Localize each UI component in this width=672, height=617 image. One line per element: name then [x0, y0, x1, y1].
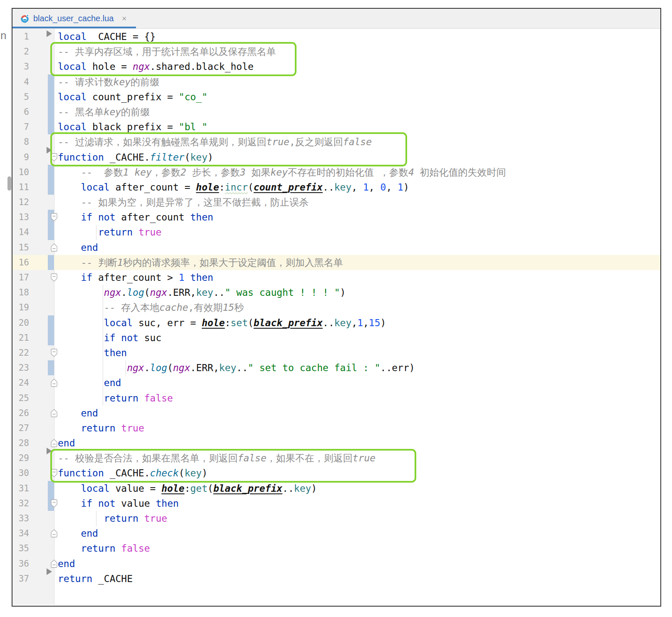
code-text[interactable]: end: [54, 556, 660, 571]
line-number[interactable]: 18: [12, 285, 29, 300]
line-number[interactable]: 34: [12, 526, 29, 541]
line-number[interactable]: 7: [12, 119, 29, 134]
code-text[interactable]: -- 黑名单key的前缀: [54, 104, 660, 119]
fold-marker-icon[interactable]: [51, 243, 57, 252]
fold-arrow-icon[interactable]: [47, 448, 52, 454]
line-number[interactable]: 33: [12, 511, 29, 526]
fold-marker-icon[interactable]: [51, 153, 57, 161]
tab-black-user-cache[interactable]: black_user_cache.lua ✕: [12, 9, 133, 28]
line-number[interactable]: 13: [12, 210, 29, 225]
fold-arrow-icon[interactable]: [47, 568, 52, 575]
code-text[interactable]: -- 共享内存区域，用于统计黑名单以及保存黑名单: [54, 44, 660, 59]
code-text[interactable]: if not after_count then: [54, 210, 660, 225]
line-number[interactable]: 20: [12, 315, 29, 330]
line-number[interactable]: 1: [12, 29, 29, 44]
fold-marker-icon[interactable]: [51, 529, 57, 538]
fold-arrow-icon[interactable]: [47, 147, 52, 154]
line-number[interactable]: 10: [12, 165, 29, 180]
fold-marker-icon[interactable]: [51, 213, 57, 221]
code-text[interactable]: -- 判断1秒内的请求频率，如果大于设定阈值，则加入黑名单: [54, 255, 660, 270]
code-text[interactable]: function _CACHE.filter(key): [54, 150, 660, 165]
fold-marker-icon[interactable]: [51, 409, 57, 417]
code-text[interactable]: if not suc: [54, 330, 660, 345]
fold-marker-icon[interactable]: [51, 499, 57, 508]
code-text[interactable]: end: [54, 526, 660, 541]
code-line: 25 return false: [12, 391, 660, 406]
code-text[interactable]: -- 如果为空，则是异常了，这里不做拦截，防止误杀: [54, 195, 660, 210]
line-number[interactable]: 14: [12, 225, 29, 240]
line-number[interactable]: 9: [12, 150, 29, 165]
line-number[interactable]: 5: [12, 89, 29, 104]
line-number[interactable]: 19: [12, 300, 29, 315]
code-text[interactable]: if not value then: [54, 496, 660, 511]
line-number[interactable]: 2: [12, 44, 29, 59]
line-number[interactable]: 22: [12, 345, 29, 360]
code-text[interactable]: return true: [54, 225, 660, 240]
code-text[interactable]: local count_prefix = "co_": [54, 89, 660, 104]
line-number[interactable]: 23: [12, 360, 29, 375]
code-text[interactable]: ngx.log(ngx.ERR,key.." was caught ! ! ! …: [54, 285, 660, 300]
fold-marker-icon[interactable]: [51, 273, 57, 282]
code-text[interactable]: -- 过滤请求，如果没有触碰黑名单规则，则返回true,反之则返回false: [54, 134, 660, 149]
token: false: [144, 393, 173, 404]
code-text[interactable]: end: [54, 375, 660, 390]
fold-marker-icon[interactable]: [51, 349, 57, 357]
line-number[interactable]: 28: [12, 436, 29, 451]
code-text[interactable]: end: [54, 406, 660, 421]
code-text[interactable]: return false: [54, 391, 660, 406]
code-text[interactable]: return false: [54, 541, 660, 556]
code-text[interactable]: -- 校验是否合法，如果在黑名单，则返回false，如果不在，则返回true: [54, 451, 660, 466]
code-text[interactable]: return true: [54, 511, 660, 526]
token: ..: [282, 483, 294, 494]
code-text[interactable]: if after_count > 1 then: [54, 270, 660, 285]
code-text[interactable]: local after_count = hole:incr(count_pref…: [54, 180, 660, 195]
line-number[interactable]: 37: [12, 571, 29, 586]
line-number[interactable]: 29: [12, 451, 29, 466]
code-text[interactable]: return true: [54, 421, 660, 436]
line-number[interactable]: 27: [12, 421, 29, 436]
line-number[interactable]: 32: [12, 496, 29, 511]
token: [133, 227, 138, 238]
line-number[interactable]: 25: [12, 391, 29, 406]
code-text[interactable]: end: [54, 240, 660, 255]
left-edge-scrollbar-thumb[interactable]: [7, 176, 11, 191]
fold-marker-icon[interactable]: [51, 560, 57, 568]
line-number[interactable]: 16: [12, 255, 29, 270]
line-number[interactable]: 11: [12, 180, 29, 195]
line-number[interactable]: 26: [12, 406, 29, 421]
line-number[interactable]: 31: [12, 481, 29, 496]
line-number[interactable]: 8: [12, 134, 29, 149]
code-text[interactable]: return _CACHE: [54, 571, 660, 586]
line-number[interactable]: 21: [12, 330, 29, 345]
code-text[interactable]: -- 请求计数key的前缀: [54, 74, 660, 89]
token: .: [144, 362, 150, 373]
fold-marker-icon[interactable]: [51, 469, 57, 477]
line-number[interactable]: 15: [12, 240, 29, 255]
line-number[interactable]: 35: [12, 541, 29, 556]
code-text[interactable]: -- 参数1 key，参数2 步长，参数3 如果key不存在时的初始化值 ，参数…: [54, 165, 660, 180]
code-text[interactable]: ngx.log(ngx.ERR,key.." set to cache fail…: [54, 360, 660, 375]
gutter-fold-zone: [29, 375, 54, 390]
line-number[interactable]: 30: [12, 466, 29, 481]
line-number[interactable]: 6: [12, 104, 29, 119]
code-text[interactable]: local value = hole:get(black_prefix..key…: [54, 481, 660, 496]
code-text[interactable]: -- 存入本地cache,有效期15秒: [54, 300, 660, 315]
fold-marker-icon[interactable]: [51, 379, 57, 387]
fold-arrow-icon[interactable]: [47, 30, 52, 37]
code-line: 36end: [12, 556, 660, 571]
code-text[interactable]: local _CACHE = {}: [54, 29, 660, 44]
fold-marker-icon[interactable]: [51, 439, 57, 447]
code-text[interactable]: local hole = ngx.shared.black_hole: [54, 59, 660, 74]
line-number[interactable]: 24: [12, 375, 29, 390]
line-number[interactable]: 36: [12, 556, 29, 571]
code-text[interactable]: local suc, err = hole:set(black_prefix..…: [54, 315, 660, 330]
line-number[interactable]: 12: [12, 195, 29, 210]
tab-close-icon[interactable]: ✕: [121, 15, 127, 22]
code-text[interactable]: then: [54, 345, 660, 360]
line-number[interactable]: 4: [12, 74, 29, 89]
code-text[interactable]: function _CACHE.check(key): [54, 466, 660, 481]
line-number[interactable]: 17: [12, 270, 29, 285]
code-text[interactable]: end: [54, 436, 660, 451]
line-number[interactable]: 3: [12, 59, 29, 74]
code-text[interactable]: local black_prefix = "bl_": [54, 119, 660, 134]
